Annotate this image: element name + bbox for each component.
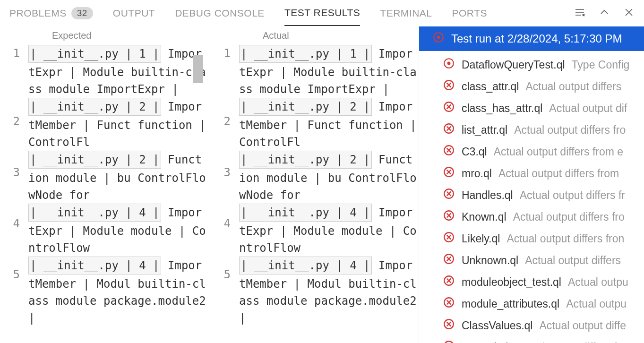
code-line: | __init__.py | 4 | ImportExpr | Module … xyxy=(28,204,208,257)
test-message: Type Config xyxy=(572,59,630,71)
test-result-item[interactable]: Handles.qlActual output differs fr xyxy=(419,184,644,206)
actual-lines: | __init__.py | 1 | ImportExpr | Module … xyxy=(239,45,419,343)
fail-icon xyxy=(443,122,455,137)
line-number: 5 xyxy=(211,266,231,283)
line-number: 4 xyxy=(211,215,231,232)
fail-icon xyxy=(443,101,455,116)
fail-icon xyxy=(443,296,455,311)
test-message: Actual output differs xyxy=(525,254,621,267)
line-number: 5 xyxy=(0,266,20,283)
tab-terminal[interactable]: TERMINAL xyxy=(380,1,432,26)
code-line: | __init__.py | 1 | ImportExpr | Module … xyxy=(239,45,419,98)
test-message: Actual output differs fro xyxy=(514,124,626,137)
tab-ports[interactable]: PORTS xyxy=(452,1,487,26)
test-result-item[interactable]: Pruned.qlActual output differs f xyxy=(419,336,644,343)
actual-pane: Actual 12345 | __init__.py | 1 | ImportE… xyxy=(211,26,419,343)
test-result-item[interactable]: Known.qlActual output differs fro xyxy=(419,206,644,228)
tab-test-results[interactable]: TEST RESULTS xyxy=(284,0,360,26)
line-number: 1 xyxy=(0,45,20,62)
line-number: 2 xyxy=(211,113,231,130)
expected-header: Expected xyxy=(0,26,208,45)
test-result-item[interactable]: module_attributes.qlActual outpu xyxy=(419,293,644,315)
code-line: | __init__.py | 2 | Function module | bu… xyxy=(28,151,208,204)
svg-point-3 xyxy=(448,62,450,65)
test-message: Actual output diffe xyxy=(539,319,626,332)
test-message: Actual outpu xyxy=(566,298,627,310)
actual-header: Actual xyxy=(211,26,419,45)
test-message: Actual output differs from e xyxy=(494,146,623,158)
test-file-name: list_attr.ql xyxy=(462,124,507,137)
test-file-name: Handles.ql xyxy=(462,189,513,202)
test-result-item[interactable]: DataflowQueryTest.qlType Config xyxy=(419,54,644,76)
test-file-name: ClassValues.ql xyxy=(462,319,532,332)
test-result-item[interactable]: Likely.qlActual output differs fron xyxy=(419,228,644,249)
code-line: | __init__.py | 4 | ImportMember | Modul… xyxy=(239,257,419,326)
tab-problems[interactable]: PROBLEMS 32 xyxy=(9,0,93,26)
expected-gutter: 12345 xyxy=(0,45,28,343)
fail-icon xyxy=(443,144,455,159)
fail-icon xyxy=(443,79,455,94)
test-file-name: moduleobject_test.ql xyxy=(462,276,561,289)
line-number: 1 xyxy=(211,45,231,62)
problems-count-badge: 32 xyxy=(71,7,93,19)
actual-gutter: 12345 xyxy=(211,45,239,343)
line-number: 2 xyxy=(0,113,20,130)
code-line: | __init__.py | 2 | ImportMember | Funct… xyxy=(239,98,419,151)
chevron-up-icon[interactable] xyxy=(599,7,610,20)
test-message: Actual output differs xyxy=(525,80,621,93)
test-results-content: Expected 12345 | __init__.py | 1 | Impor… xyxy=(0,26,644,343)
test-message: Actual output dif xyxy=(549,102,627,115)
fail-icon xyxy=(443,274,455,290)
test-message: Actual output differs fron xyxy=(507,232,624,245)
expected-scrollbar[interactable] xyxy=(193,55,203,83)
line-number: 3 xyxy=(0,164,20,181)
test-result-item[interactable]: class_has_attr.qlActual output dif xyxy=(419,97,644,119)
tab-problems-label: PROBLEMS xyxy=(9,8,67,19)
test-file-name: DataflowQueryTest.ql xyxy=(462,59,565,71)
test-result-item[interactable]: class_attr.qlActual output differs xyxy=(419,76,644,97)
test-file-name: Unknown.ql xyxy=(462,254,518,267)
test-run-title: Test run at 2/28/2024, 5:17:30 PM xyxy=(451,32,622,45)
test-file-name: C3.ql xyxy=(462,146,487,158)
tab-debug-console[interactable]: DEBUG CONSOLE xyxy=(175,1,265,26)
fail-icon xyxy=(443,188,455,203)
test-run-header[interactable]: Test run at 2/28/2024, 5:17:30 PM xyxy=(419,26,644,51)
test-file-name: Pruned.ql xyxy=(462,341,508,343)
line-number: 4 xyxy=(0,215,20,232)
panel-actions xyxy=(574,7,635,20)
test-file-name: class_attr.ql xyxy=(462,80,519,93)
test-result-item[interactable]: mro.qlActual output differs from xyxy=(419,163,644,184)
test-file-name: Likely.ql xyxy=(462,232,500,245)
test-file-name: class_has_attr.ql xyxy=(462,102,542,115)
code-line: | __init__.py | 2 | ImportMember | Funct… xyxy=(28,98,208,151)
test-result-item[interactable]: moduleobject_test.qlActual outpu xyxy=(419,271,644,293)
fail-icon xyxy=(443,318,455,333)
test-file-name: Known.ql xyxy=(462,211,507,223)
test-run-pane: Test run at 2/28/2024, 5:17:30 PM Datafl… xyxy=(419,26,644,343)
code-line: | __init__.py | 4 | ImportExpr | Module … xyxy=(239,204,419,257)
test-result-item[interactable]: list_attr.qlActual output differs fro xyxy=(419,119,644,141)
test-result-item[interactable]: C3.qlActual output differs from e xyxy=(419,141,644,163)
clear-results-icon[interactable] xyxy=(574,7,585,20)
test-message: Actual output differs f xyxy=(515,341,617,343)
fail-icon xyxy=(443,340,455,343)
test-file-name: module_attributes.ql xyxy=(462,298,559,310)
fail-icon xyxy=(443,209,455,224)
test-message: Actual output differs from xyxy=(498,167,619,180)
test-file-name: mro.ql xyxy=(462,167,492,180)
code-line: | __init__.py | 4 | ImportMember | Modul… xyxy=(28,257,208,326)
test-result-item[interactable]: ClassValues.qlActual output diffe xyxy=(419,315,644,336)
close-icon[interactable] xyxy=(623,7,635,20)
expected-code[interactable]: 12345 | __init__.py | 1 | ImportExpr | M… xyxy=(0,45,208,343)
test-message: Actual outpu xyxy=(568,276,628,289)
test-result-list: DataflowQueryTest.qlType Configclass_att… xyxy=(419,51,644,343)
line-number: 3 xyxy=(211,164,231,181)
tab-output[interactable]: OUTPUT xyxy=(113,1,155,26)
panel-tab-bar: PROBLEMS 32 OUTPUT DEBUG CONSOLE TEST RE… xyxy=(0,0,644,26)
svg-point-16 xyxy=(444,341,454,343)
test-result-item[interactable]: Unknown.qlActual output differs xyxy=(419,249,644,271)
actual-code[interactable]: 12345 | __init__.py | 1 | ImportExpr | M… xyxy=(211,45,419,343)
fail-icon xyxy=(443,253,455,268)
code-line: | __init__.py | 2 | Function module | bu… xyxy=(239,151,419,204)
code-line: | __init__.py | 1 | ImportExpr | Module … xyxy=(28,45,208,98)
